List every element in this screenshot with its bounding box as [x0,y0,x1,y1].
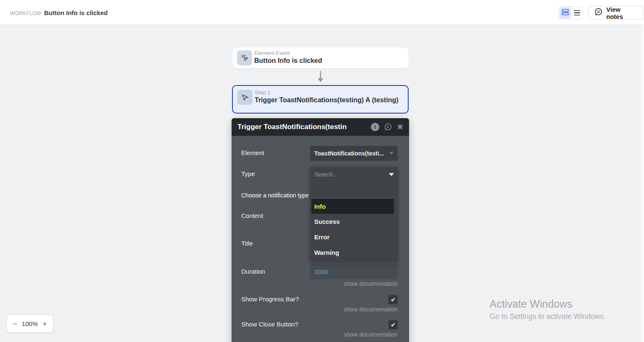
show-documentation-link[interactable]: show documentation [344,331,398,338]
zoom-level: 100% [22,320,38,327]
cards-view-icon [562,9,569,17]
content-field-label: Content [241,212,263,219]
workflow-label: WORKFLOW: [10,10,43,16]
card-view-toggle-button[interactable] [560,7,571,18]
type-search-input[interactable] [310,167,398,182]
show-documentation-link[interactable]: show documentation [344,280,398,287]
type-search-row [310,167,398,182]
list-view-toggle-button[interactable] [571,7,582,18]
show-documentation-link[interactable]: show documentation [344,306,398,313]
element-dropdown-value: ToastNotifications(testi... [314,150,389,157]
element-field-label: Element [241,149,264,156]
activate-windows-watermark: Activate Windows Go to Settings to activ… [490,297,605,322]
header-icons: i ✖ [371,123,403,131]
close-icon[interactable]: ✖ [397,123,403,131]
event-node-text: Element Event Button Info is clicked [254,50,401,65]
view-mode-toggle [559,6,583,19]
topbar: WORKFLOW: Button Info is clicked [0,0,644,25]
info-icon[interactable]: i [371,123,379,131]
event-node-title: Button Info is clicked [254,57,401,65]
list-view-icon [574,10,580,16]
workflow-step-node[interactable]: Step 1 Trigger ToastNotifications(testin… [232,85,409,114]
pointer-cursor-icon [237,90,253,105]
step-node-title: Trigger ToastNotifications(testing) A (t… [255,96,402,104]
canvas-zoom-control: − 100% + [7,315,53,332]
zoom-in-button[interactable]: + [42,320,47,328]
title-field-label: Title [241,240,253,247]
view-notes-label: View notes [606,6,638,20]
action-property-editor: Trigger ToastNotifications(testin i ✖ El… [232,118,409,342]
canvas-scrollbar[interactable] [640,25,644,342]
view-notes-button[interactable]: View notes [588,6,644,20]
type-field-label: Type [241,170,255,177]
property-editor-header[interactable]: Trigger ToastNotifications(testin i ✖ [232,118,409,136]
type-option-warning[interactable]: Warning [310,245,398,260]
type-option-success[interactable]: Success [310,214,398,229]
workflow-event-node[interactable]: Element Event Button Info is clicked [232,47,409,68]
element-event-icon [237,50,252,65]
chevron-down-icon [389,152,394,155]
element-dropdown[interactable]: ToastNotifications(testi... [310,146,398,161]
type-options-list: Info Success Error Warning [310,198,398,260]
progress-field-label: Show Progress Bar? [241,295,299,303]
property-editor-title: Trigger ToastNotifications(testin [237,123,371,131]
event-node-kind: Element Event [254,50,401,57]
duration-field-label: Duration [241,268,265,275]
flow-connector-arrow [317,70,324,85]
close-button-field-label: Show Close Button? [241,321,298,328]
comment-icon[interactable] [384,123,392,131]
watermark-line1: Activate Windows [490,297,605,311]
chevron-down-icon [389,173,394,176]
show-progress-bar-checkbox[interactable]: ✔ [388,295,398,304]
step-node-text: Step 1 Trigger ToastNotifications(testin… [255,89,402,104]
type-dropdown-panel: Info Success Error Warning [310,167,398,262]
step-node-kind: Step 1 [255,89,402,96]
workflow-editor-screen: WORKFLOW: Button Info is clicked [0,0,644,342]
type-option-info[interactable]: Info [311,198,394,214]
type-option-error[interactable]: Error [310,229,398,245]
zoom-out-button[interactable]: − [13,320,17,328]
workflow-title: Button Info is clicked [44,9,108,16]
type-helper-label: Choose a notification type [241,192,309,199]
watermark-line2: Go to Settings to activate Windows. [490,311,605,322]
duration-input[interactable] [310,264,398,279]
notes-bubble-icon [594,8,603,18]
duration-input-wrap [310,264,398,279]
show-close-button-checkbox[interactable]: ✔ [388,320,398,329]
